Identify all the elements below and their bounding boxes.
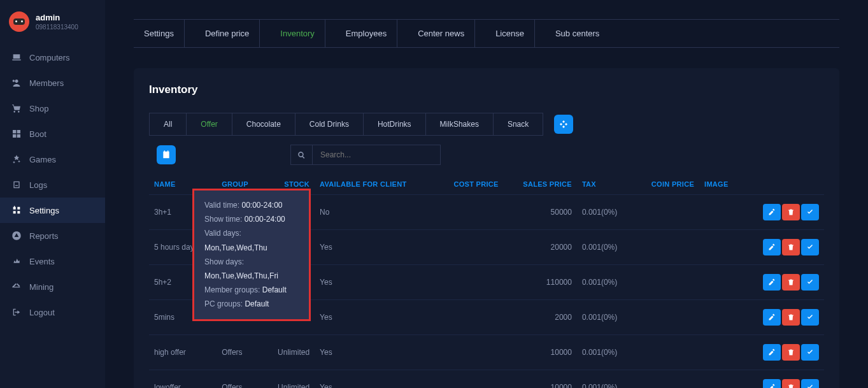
shop-icon — [11, 103, 22, 113]
nav-label: Shop — [29, 104, 48, 113]
logs-icon — [11, 180, 22, 190]
trash-icon — [787, 348, 795, 356]
nav-label: Events — [29, 257, 55, 266]
nav-games[interactable]: Games — [0, 147, 105, 172]
edit-icon — [768, 208, 776, 216]
nav-events[interactable]: Events — [0, 248, 105, 274]
cell-stock: Unlimited — [262, 370, 315, 389]
nav-label: Logs — [29, 180, 47, 190]
filter-cold-drinks[interactable]: Cold Drinks — [295, 113, 364, 136]
top-tab-employees[interactable]: Employees — [346, 20, 397, 47]
cell-image — [699, 370, 742, 389]
edit-button[interactable] — [763, 379, 781, 388]
calendar-button[interactable] — [157, 145, 176, 164]
events-icon — [11, 256, 22, 266]
filter-milkshakes[interactable]: MilkShakes — [425, 113, 494, 136]
cell-tax: 0.001(0%) — [577, 265, 634, 300]
nav-boot[interactable]: Boot — [0, 121, 105, 147]
top-tab-inventory[interactable]: Inventory — [280, 20, 325, 47]
filter-row: AllOfferChocolateCold DrinksHotDrinksMil… — [149, 113, 824, 136]
reports-icon — [11, 231, 22, 241]
add-category-button[interactable] — [554, 115, 573, 134]
edit-button[interactable] — [763, 274, 781, 291]
cell-image — [699, 265, 742, 300]
delete-button[interactable] — [782, 274, 800, 291]
panel-title: Inventory — [149, 83, 824, 96]
check-icon — [806, 243, 814, 251]
nav-logs[interactable]: Logs — [0, 172, 105, 198]
diamond-icon — [559, 119, 569, 129]
cell-group: Offers — [217, 370, 262, 389]
cell-sales: 2000 — [504, 300, 577, 335]
confirm-button[interactable] — [801, 309, 819, 326]
user-name: admin — [36, 13, 78, 22]
nav-shop[interactable]: Shop — [0, 96, 105, 121]
col-sales[interactable]: SALES PRICE — [504, 174, 577, 195]
edit-button[interactable] — [763, 239, 781, 255]
delete-button[interactable] — [782, 204, 800, 220]
trash-icon — [787, 278, 795, 286]
cell-group: Offers — [217, 335, 262, 370]
trash-icon — [787, 208, 795, 216]
confirm-button[interactable] — [801, 274, 819, 291]
edit-button[interactable] — [763, 309, 781, 326]
cell-tax: 0.001(0%) — [577, 370, 634, 389]
confirm-button[interactable] — [801, 344, 819, 361]
filter-offer[interactable]: Offer — [186, 113, 232, 136]
filter-chocolate[interactable]: Chocolate — [232, 113, 295, 136]
edit-button[interactable] — [763, 204, 781, 220]
col-image[interactable]: IMAGE — [699, 174, 742, 195]
filter-snack[interactable]: Snack — [493, 113, 543, 136]
check-icon — [806, 278, 814, 286]
nav-mining[interactable]: Mining — [0, 274, 105, 299]
top-tab-license[interactable]: License — [495, 20, 535, 47]
nav-logout[interactable]: Logout — [0, 299, 105, 325]
cell-image — [699, 335, 742, 370]
table-row[interactable]: lowoffer Offers Unlimited Yes 10000 0.00… — [149, 370, 824, 389]
delete-button[interactable] — [782, 239, 800, 255]
col-available[interactable]: AVAILABLE FOR CLIENT — [315, 174, 435, 195]
nav-reports[interactable]: Reports — [0, 223, 105, 248]
confirm-button[interactable] — [801, 204, 819, 220]
cell-image — [699, 300, 742, 335]
check-icon — [806, 313, 814, 321]
confirm-button[interactable] — [801, 379, 819, 388]
cell-coin — [634, 265, 699, 300]
cell-coin — [634, 335, 699, 370]
top-tab-settings[interactable]: Settings — [144, 20, 185, 47]
nav-settings[interactable]: Settings — [0, 198, 105, 223]
nav-computers[interactable]: Computers — [0, 45, 105, 70]
delete-button[interactable] — [782, 309, 800, 326]
sidebar: admin 098118313400 ComputersMembersShopB… — [0, 0, 105, 388]
edit-button[interactable] — [763, 344, 781, 361]
mining-icon — [11, 282, 22, 292]
top-tab-define-price[interactable]: Define price — [205, 20, 260, 47]
delete-button[interactable] — [782, 344, 800, 361]
cell-coin — [634, 230, 699, 265]
col-cost[interactable]: COST PRICE — [436, 174, 504, 195]
cell-stock: Unlimited — [262, 335, 315, 370]
trash-icon — [787, 313, 795, 321]
cell-tax: 0.001(0%) — [577, 195, 634, 230]
filter-hotdrinks[interactable]: HotDrinks — [363, 113, 426, 136]
members-icon — [11, 78, 22, 88]
delete-button[interactable] — [782, 379, 800, 388]
filter-all[interactable]: All — [149, 113, 187, 136]
cell-coin — [634, 370, 699, 389]
edit-icon — [768, 384, 776, 388]
trash-icon — [787, 243, 795, 251]
nav-members[interactable]: Members — [0, 70, 105, 96]
top-tab-sub-centers[interactable]: Sub centers — [555, 20, 609, 47]
col-coin[interactable]: COIN PRICE — [634, 174, 699, 195]
col-tax[interactable]: TAX — [577, 174, 634, 195]
computers-icon — [11, 52, 22, 62]
top-tab-center-news[interactable]: Center news — [418, 20, 475, 47]
search-input[interactable] — [313, 145, 440, 164]
table-row[interactable]: high offer Offers Unlimited Yes 10000 0.… — [149, 335, 824, 370]
top-tabs-bar: SettingsDefine priceInventoryEmployeesCe… — [105, 0, 868, 48]
confirm-button[interactable] — [801, 239, 819, 255]
user-block: admin 098118313400 — [0, 0, 105, 45]
settings-icon — [11, 205, 22, 215]
cell-available: Yes — [315, 230, 435, 265]
avatar — [9, 11, 29, 32]
